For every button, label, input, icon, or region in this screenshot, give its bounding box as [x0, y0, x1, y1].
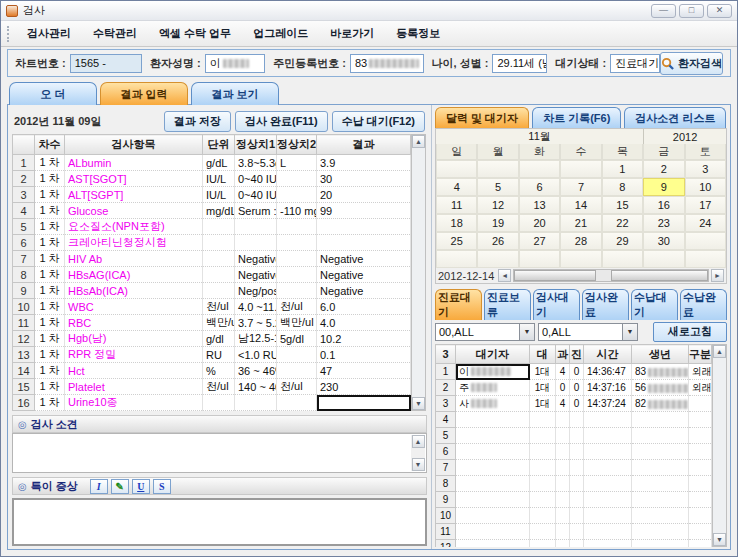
- normal2-cell[interactable]: [277, 363, 317, 379]
- result-row[interactable]: 2 1 차 AST[SGOT] IU/L 0~40 IU/ 30: [13, 171, 411, 187]
- queue-row[interactable]: 6: [436, 444, 712, 460]
- queue-scrollbar[interactable]: ▲ ▼: [712, 344, 727, 547]
- normal2-cell[interactable]: [277, 187, 317, 203]
- dae-cell[interactable]: 1대: [530, 380, 556, 396]
- gwa-cell[interactable]: [556, 524, 570, 540]
- calendar-day-cell[interactable]: 27: [519, 232, 560, 250]
- calendar-day-cell[interactable]: 14: [560, 196, 601, 214]
- type-cell[interactable]: [689, 396, 712, 412]
- time-cell[interactable]: [584, 540, 632, 548]
- calendar-day-cell[interactable]: 7: [560, 178, 601, 196]
- normal2-cell[interactable]: [277, 267, 317, 283]
- waiting-name-cell[interactable]: 사: [456, 396, 530, 412]
- birth-cell[interactable]: 83: [632, 364, 689, 380]
- ssn-field[interactable]: 83: [350, 54, 424, 73]
- menu-item[interactable]: 등록정보: [385, 26, 451, 41]
- test-item-cell[interactable]: 요소질소(NPN포함): [65, 219, 203, 235]
- round-cell[interactable]: 1 차: [35, 379, 65, 395]
- menu-item[interactable]: 검사관리: [16, 26, 82, 41]
- unit-cell[interactable]: IU/L: [203, 171, 235, 187]
- jin-cell[interactable]: [570, 508, 584, 524]
- result-row[interactable]: 9 1 차 HBsAb(ICA) Neg/pos Negative: [13, 283, 411, 299]
- round-cell[interactable]: 1 차: [35, 251, 65, 267]
- normal1-cell[interactable]: [235, 219, 277, 235]
- right-tab[interactable]: 검사소견 리스트: [624, 107, 726, 128]
- normal2-cell[interactable]: [277, 395, 317, 411]
- test-item-cell[interactable]: AST[SGOT]: [65, 171, 203, 187]
- chart-number-field[interactable]: 1565 -: [70, 54, 142, 73]
- calendar-scrollbar[interactable]: [513, 269, 709, 282]
- type-cell[interactable]: [689, 412, 712, 428]
- dae-cell[interactable]: [530, 540, 556, 548]
- normal1-cell[interactable]: [235, 235, 277, 251]
- result-cell[interactable]: Negative: [317, 267, 411, 283]
- normal2-cell[interactable]: [277, 171, 317, 187]
- type-cell[interactable]: [689, 428, 712, 444]
- queue-row[interactable]: 12: [436, 540, 712, 548]
- queue-row[interactable]: 1 이 1대 4 0 14:36:47 83 외래: [436, 364, 712, 380]
- calendar-day-cell[interactable]: 18: [436, 214, 477, 232]
- birth-cell[interactable]: [632, 492, 689, 508]
- result-cell[interactable]: Negative: [317, 251, 411, 267]
- time-cell[interactable]: [584, 524, 632, 540]
- calendar-day-cell[interactable]: [602, 250, 643, 268]
- refresh-button[interactable]: 새로고침: [653, 322, 727, 342]
- result-cell[interactable]: 3.9: [317, 155, 411, 171]
- scrollbar-thumb[interactable]: [514, 270, 595, 281]
- time-cell[interactable]: [584, 412, 632, 428]
- scroll-up-icon[interactable]: ▲: [412, 135, 425, 148]
- gwa-cell[interactable]: 0: [556, 380, 570, 396]
- normal2-cell[interactable]: 천/ul: [277, 379, 317, 395]
- queue-row[interactable]: 3 사 1대 4 0 14:37:24 82: [436, 396, 712, 412]
- doctor-select[interactable]: 0,ALL ▼: [538, 323, 638, 341]
- result-row[interactable]: 11 1 차 RBC 백만/u 3.7 ~ 5.2 백만/ul 4.0: [13, 315, 411, 331]
- format-tool-button[interactable]: ✎: [111, 479, 129, 494]
- calendar-day-cell[interactable]: 30: [643, 232, 684, 250]
- birth-cell[interactable]: [632, 540, 689, 548]
- normal1-cell[interactable]: [235, 395, 277, 411]
- calendar-day-cell[interactable]: 23: [643, 214, 684, 232]
- patient-name-field[interactable]: 이: [205, 54, 265, 73]
- calendar-day-cell[interactable]: [436, 160, 477, 178]
- normal2-cell[interactable]: 백만/ul: [277, 315, 317, 331]
- calendar-day-cell[interactable]: [685, 232, 726, 250]
- result-cell[interactable]: [317, 235, 411, 251]
- main-tab[interactable]: 오 더: [9, 82, 97, 105]
- birth-cell[interactable]: 82: [632, 396, 689, 412]
- birth-cell[interactable]: [632, 460, 689, 476]
- waiting-name-cell[interactable]: 이: [456, 364, 530, 380]
- test-item-cell[interactable]: RBC: [65, 315, 203, 331]
- gwa-cell[interactable]: [556, 412, 570, 428]
- calendar-day-cell[interactable]: 5: [477, 178, 518, 196]
- unit-cell[interactable]: mg/dL: [203, 203, 235, 219]
- queue-row[interactable]: 5: [436, 428, 712, 444]
- calendar-day-cell[interactable]: [643, 250, 684, 268]
- calendar-day-cell[interactable]: 26: [477, 232, 518, 250]
- round-cell[interactable]: 1 차: [35, 363, 65, 379]
- round-cell[interactable]: 1 차: [35, 187, 65, 203]
- menu-item[interactable]: 엑셀 수탁 업무: [148, 26, 242, 41]
- time-cell[interactable]: [584, 444, 632, 460]
- time-cell[interactable]: [584, 492, 632, 508]
- calendar-day-cell[interactable]: 15: [602, 196, 643, 214]
- calendar-day-cell[interactable]: 8: [602, 178, 643, 196]
- birth-cell[interactable]: [632, 412, 689, 428]
- result-row[interactable]: 13 1 차 RPR 정밀 RU <1.0 RU 0.1: [13, 347, 411, 363]
- close-button[interactable]: ✕: [707, 4, 732, 18]
- test-item-cell[interactable]: ALbumin: [65, 155, 203, 171]
- patient-search-button[interactable]: 환자검색: [660, 52, 723, 75]
- calendar-day-cell[interactable]: 22: [602, 214, 643, 232]
- jin-cell[interactable]: [570, 412, 584, 428]
- type-cell[interactable]: [689, 460, 712, 476]
- scroll-up-icon[interactable]: ▲: [412, 435, 425, 448]
- scroll-right-icon[interactable]: ►: [711, 269, 724, 282]
- unit-cell[interactable]: [203, 251, 235, 267]
- test-item-cell[interactable]: HBsAb(ICA): [65, 283, 203, 299]
- queue-row[interactable]: 9: [436, 492, 712, 508]
- calendar-day-cell[interactable]: [477, 160, 518, 178]
- jin-cell[interactable]: [570, 492, 584, 508]
- normal2-cell[interactable]: [277, 347, 317, 363]
- birth-cell[interactable]: [632, 476, 689, 492]
- test-item-cell[interactable]: ALT[SGPT]: [65, 187, 203, 203]
- waiting-name-cell[interactable]: [456, 492, 530, 508]
